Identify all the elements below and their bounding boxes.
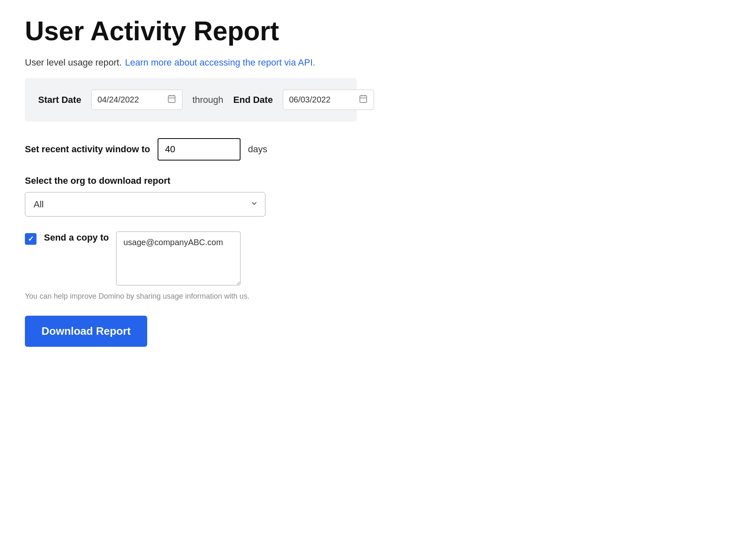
activity-window-row: Set recent activity window to days (25, 138, 714, 161)
end-date-input-wrapper[interactable]: 06/03/2022 (283, 90, 374, 110)
send-copy-label: Send a copy to (44, 231, 109, 243)
checkmark-icon: ✓ (28, 235, 34, 243)
org-select-section: Select the org to download report All (25, 175, 714, 217)
subtitle-static-text: User level usage report. (25, 57, 122, 68)
svg-rect-4 (360, 96, 367, 103)
start-date-calendar-icon (167, 94, 176, 105)
send-copy-section: ✓ Send a copy to usage@companyABC.com (25, 231, 714, 285)
start-date-input-wrapper[interactable]: 04/24/2022 (91, 90, 182, 110)
download-report-button[interactable]: Download Report (25, 316, 147, 347)
api-link[interactable]: Learn more about accessing the report vi… (125, 57, 316, 68)
send-copy-checkbox[interactable]: ✓ (25, 233, 36, 245)
org-select[interactable]: All (25, 192, 265, 217)
end-date-calendar-icon (359, 94, 368, 105)
start-date-label: Start Date (38, 95, 81, 105)
through-text: through (192, 95, 224, 105)
org-select-label: Select the org to download report (25, 175, 714, 186)
start-date-value: 04/24/2022 (97, 95, 162, 105)
date-range-container: Start Date 04/24/2022 through End Date 0… (25, 78, 357, 122)
end-date-value: 06/03/2022 (289, 95, 354, 105)
svg-rect-0 (168, 96, 175, 103)
subtitle-row: User level usage report. Learn more abou… (25, 57, 714, 68)
email-textarea[interactable]: usage@companyABC.com (116, 231, 241, 285)
send-copy-checkbox-wrapper[interactable]: ✓ (25, 233, 36, 245)
page-title: User Activity Report (25, 17, 714, 46)
activity-window-label: Set recent activity window to (25, 144, 150, 155)
days-label: days (248, 144, 267, 155)
activity-window-input[interactable] (158, 138, 241, 161)
helper-text: You can help improve Domino by sharing u… (25, 292, 714, 301)
end-date-label: End Date (233, 95, 273, 105)
org-select-wrapper: All (25, 192, 265, 217)
